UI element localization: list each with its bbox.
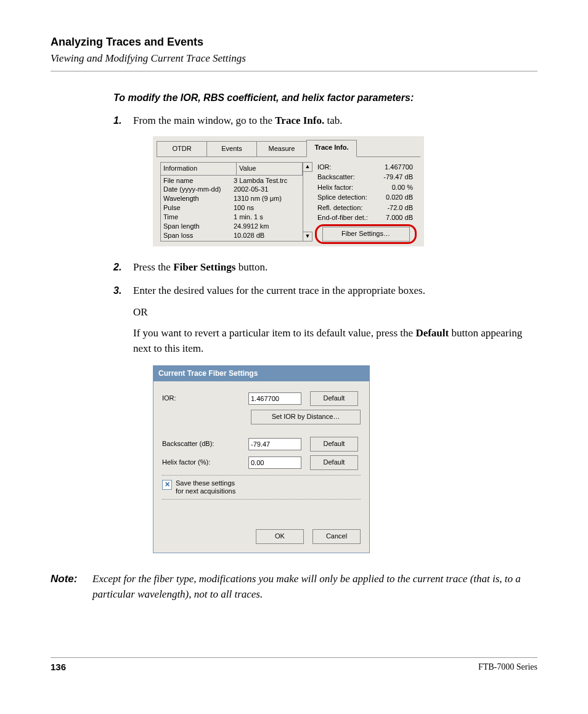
save-settings-label: Save these settings for next acquisition… [176, 479, 235, 495]
kv-row: Refl. detection:-72.0 dB [317, 203, 414, 213]
kv-row: IOR:1.467700 [317, 162, 414, 172]
kv-key: Backscatter: [317, 172, 379, 182]
kv-val: -72.0 dB [379, 203, 413, 213]
step-3-text: Enter the desired values for the current… [133, 285, 425, 296]
kv-val: 7.000 dB [379, 213, 413, 223]
ok-button[interactable]: OK [256, 529, 304, 544]
dialog-title: Current Trace Fiber Settings [153, 366, 369, 381]
kv-val: 1.467700 [379, 162, 413, 172]
row-val: 100 ns [234, 203, 300, 213]
trace-params-pane: IOR:1.467700 Backscatter:-79.47 dB Helix… [311, 162, 417, 241]
info-col-header: Information [161, 163, 237, 176]
step-1-bold: Trace Info. [275, 115, 324, 126]
row-key: Wavelength [163, 194, 234, 203]
note-block: Note: Except for the fiber type, modific… [51, 572, 537, 602]
helix-default-button[interactable]: Default [310, 455, 358, 470]
kv-key: End-of-fiber det.: [317, 213, 379, 223]
row-val: 1310 nm (9 μm) [234, 194, 300, 203]
scrollbar[interactable]: ▲ ▼ [303, 162, 311, 241]
product-line: FTB-7000 Series [478, 662, 537, 672]
kv-val: 0.00 % [379, 182, 413, 193]
chapter-title: Analyzing Traces and Events [51, 36, 537, 49]
row-key: Span loss [163, 231, 234, 240]
row-key: Span length [163, 222, 234, 231]
header-rule [51, 71, 537, 71]
row-val: 10.028 dB [234, 231, 300, 240]
kv-val: 0.020 dB [379, 192, 413, 203]
save-settings-label-line1: Save these settings [176, 479, 235, 487]
note-text: Except for the fiber type, modifications… [92, 572, 537, 602]
save-settings-label-line2: for next acquisitions [176, 487, 235, 495]
table-row: Pulse100 ns [161, 203, 303, 213]
save-settings-checkbox[interactable]: ✕ [162, 480, 172, 490]
info-table: Information Value File name3 Lambda Test… [160, 162, 303, 241]
tab-bar: OTDR Events Measure Trace Info. [153, 136, 424, 157]
step-1: From the main window, go to the Trace In… [113, 113, 537, 246]
step-2: Press the Fiber Settings button. [113, 260, 537, 275]
step-2-text-a: Press the [133, 261, 173, 273]
step-3-cont-a: If you want to revert a particular item … [133, 327, 415, 339]
page-footer: 136 FTB-7000 Series [51, 657, 537, 672]
table-row: Span loss10.028 dB [161, 231, 303, 240]
row-key: Date (yyyy-mm-dd) [163, 185, 234, 194]
tab-events[interactable]: Events [206, 141, 257, 157]
kv-row: Backscatter:-79.47 dB [317, 172, 414, 182]
row-val: 2002-05-31 [234, 185, 300, 194]
row-val: 24.9912 km [234, 222, 300, 231]
kv-row: End-of-fiber det.:7.000 dB [317, 213, 414, 223]
step-2-text-c: button. [235, 261, 267, 273]
table-row: Time1 min. 1 s [161, 213, 303, 222]
ior-input[interactable] [248, 392, 301, 405]
row-key: Pulse [163, 203, 234, 213]
trace-info-screenshot: OTDR Events Measure Trace Info. Informat… [153, 136, 424, 246]
helix-label: Helix factor (%): [162, 458, 248, 468]
procedure-heading: To modify the IOR, RBS coefficient, and … [113, 92, 537, 103]
kv-key: Helix factor: [317, 182, 379, 193]
kv-key: IOR: [317, 162, 379, 172]
backscatter-label: Backscatter (dB): [162, 439, 248, 449]
note-label: Note: [51, 572, 92, 602]
step-3-cont-bold: Default [415, 327, 449, 339]
ior-default-button[interactable]: Default [310, 391, 358, 406]
page-number: 136 [51, 662, 66, 672]
table-row: Wavelength1310 nm (9 μm) [161, 194, 303, 203]
tab-trace-info[interactable]: Trace Info. [306, 140, 357, 157]
helix-input[interactable] [248, 456, 301, 469]
section-subtitle: Viewing and Modifying Current Trace Sett… [51, 52, 537, 65]
step-3: Enter the desired values for the current… [113, 283, 537, 553]
kv-val: -79.47 dB [379, 172, 413, 182]
tab-measure[interactable]: Measure [256, 141, 307, 157]
or-text: OR [133, 305, 537, 320]
table-row: Span length24.9912 km [161, 222, 303, 231]
kv-key: Splice detection: [317, 192, 379, 203]
cancel-button[interactable]: Cancel [312, 529, 361, 544]
kv-row: Splice detection:0.020 dB [317, 192, 414, 203]
fiber-settings-button[interactable]: Fiber Settings… [322, 227, 410, 241]
row-val: 1 min. 1 s [234, 213, 300, 222]
ior-label: IOR: [162, 394, 248, 404]
set-ior-by-distance-button[interactable]: Set IOR by Distance… [251, 410, 361, 424]
table-row: Date (yyyy-mm-dd)2002-05-31 [161, 185, 303, 194]
row-key: File name [163, 176, 234, 185]
value-col-header: Value [237, 163, 303, 176]
row-key: Time [163, 213, 234, 222]
kv-key: Refl. detection: [317, 203, 379, 213]
row-val: 3 Lambda Test.trc [234, 176, 300, 185]
backscatter-default-button[interactable]: Default [310, 437, 358, 452]
step-1-text-a: From the main window, go to the [133, 115, 275, 126]
table-row: File name3 Lambda Test.trc [161, 176, 303, 185]
kv-row: Helix factor:0.00 % [317, 182, 414, 193]
tab-otdr[interactable]: OTDR [157, 141, 207, 157]
fiber-settings-dialog: Current Trace Fiber Settings IOR: Defaul… [153, 365, 370, 553]
step-1-text-c: tab. [324, 115, 342, 126]
step-2-bold: Fiber Settings [173, 261, 235, 273]
backscatter-input[interactable] [248, 438, 301, 450]
